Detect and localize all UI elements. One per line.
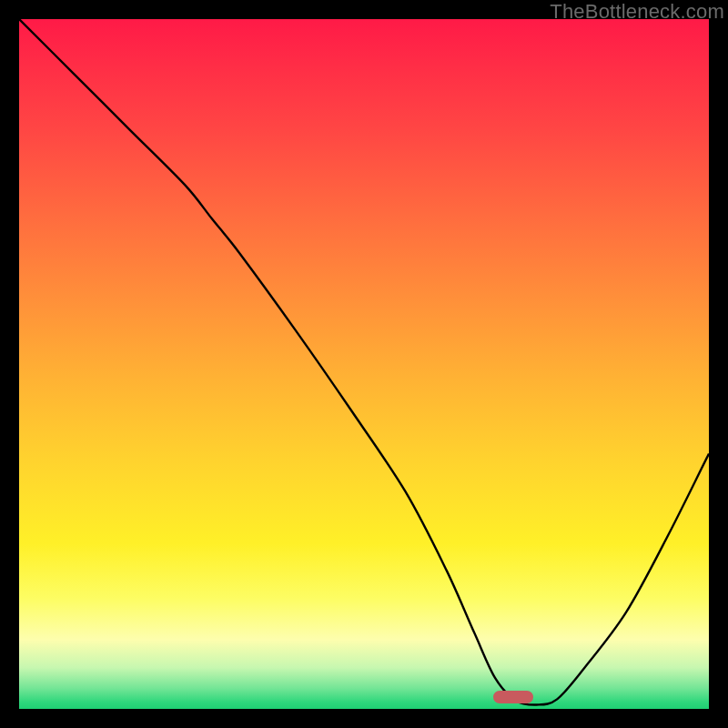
optimal-marker [493, 691, 533, 703]
watermark-text: TheBottleneck.com [550, 0, 724, 24]
chart-frame: TheBottleneck.com [0, 0, 728, 728]
bottleneck-curve [19, 19, 709, 709]
plot-area [19, 19, 709, 709]
